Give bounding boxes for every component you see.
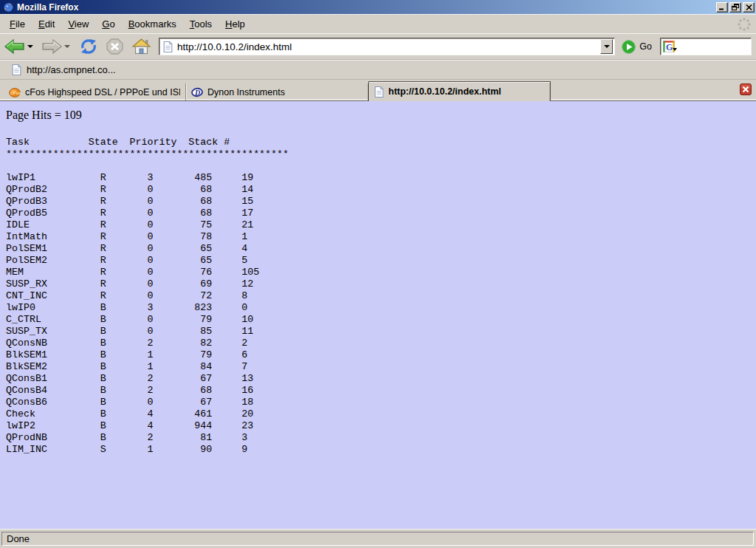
menu-bar: FileEditViewGoBookmarksToolsHelp <box>0 14 756 33</box>
search-box[interactable]: G <box>660 38 752 55</box>
page-hits-text: Page Hits = 109 <box>6 109 750 121</box>
stop-button[interactable] <box>105 37 125 56</box>
svg-text:cFos: cFos <box>10 90 21 95</box>
back-icon <box>4 38 26 55</box>
back-dropdown-icon[interactable] <box>27 45 33 48</box>
chevron-down-icon <box>604 45 610 48</box>
menu-item-view[interactable]: View <box>61 16 95 32</box>
status-bar: Done <box>0 529 756 548</box>
tab-label: http://10.0.10.2/index.html <box>388 86 501 97</box>
bookmarks-toolbar: http://as.cmpnet.co... <box>0 60 756 80</box>
bookmark-page-icon <box>12 64 21 75</box>
forward-icon <box>41 38 63 55</box>
forward-button[interactable] <box>40 37 72 56</box>
status-panel: Done <box>1 532 754 546</box>
go-button-label: Go <box>639 41 652 52</box>
url-input[interactable] <box>173 40 600 54</box>
search-input[interactable] <box>678 41 749 53</box>
menu-item-tools[interactable]: Tools <box>183 16 219 32</box>
page-content: Page Hits = 109 Task State Priority Stac… <box>0 101 756 529</box>
restore-button[interactable] <box>729 2 741 13</box>
menu-item-go[interactable]: Go <box>95 16 121 32</box>
throbber-icon <box>736 16 752 32</box>
home-icon <box>131 38 151 55</box>
back-button[interactable] <box>3 37 35 56</box>
go-button[interactable]: Go <box>620 38 653 55</box>
url-bar[interactable] <box>159 38 615 55</box>
home-button[interactable] <box>131 37 152 56</box>
menu-item-help[interactable]: Help <box>219 16 252 32</box>
firefox-logo-icon <box>3 1 14 13</box>
search-engine-dropdown-icon[interactable] <box>673 48 677 51</box>
page-icon <box>163 41 173 52</box>
tab-label: Dynon Instruments <box>207 87 285 97</box>
bookmark-label: http://as.cmpnet.co... <box>27 64 116 75</box>
reload-icon <box>79 38 98 55</box>
tab-cfos[interactable]: cFos cFos Highspeed DSL / PPPoE und ISDN… <box>4 83 186 100</box>
svg-text:G: G <box>666 42 673 52</box>
status-text: Done <box>7 533 30 544</box>
bookmark-item[interactable]: http://as.cmpnet.co... <box>9 63 119 77</box>
svg-text:D: D <box>194 88 200 96</box>
navigation-toolbar: Go G <box>0 33 756 60</box>
tab-label: cFos Highspeed DSL / PPPoE und ISDN CAP.… <box>25 87 180 97</box>
forward-dropdown-icon[interactable] <box>64 45 70 48</box>
task-table: Task State Priority Stack # ************… <box>6 137 750 456</box>
close-icon <box>746 4 752 10</box>
window-title: Mozilla Firefox <box>17 3 715 12</box>
close-tab-icon <box>740 83 752 95</box>
minimize-icon <box>718 4 726 10</box>
go-icon <box>622 40 636 54</box>
stop-icon <box>106 38 124 55</box>
restore-icon <box>732 4 740 11</box>
close-tab-button[interactable] <box>740 83 752 95</box>
tab-bar: cFos cFos Highspeed DSL / PPPoE und ISDN… <box>0 80 756 101</box>
close-window-button[interactable] <box>743 2 755 13</box>
menu-item-edit[interactable]: Edit <box>32 16 61 32</box>
reload-button[interactable] <box>78 37 99 56</box>
minimize-button[interactable] <box>716 2 728 13</box>
menu-item-bookmarks[interactable]: Bookmarks <box>122 16 183 32</box>
tab-active-index[interactable]: http://10.0.10.2/index.html <box>368 81 551 101</box>
cfos-favicon-icon: cFos <box>9 86 21 98</box>
tab-dynon[interactable]: D Dynon Instruments <box>186 83 368 100</box>
menu-item-file[interactable]: File <box>3 16 32 32</box>
tab-page-icon <box>374 86 384 97</box>
url-dropdown-button[interactable] <box>600 39 613 54</box>
title-bar: Mozilla Firefox <box>0 0 756 14</box>
dynon-favicon-icon: D <box>191 86 203 98</box>
